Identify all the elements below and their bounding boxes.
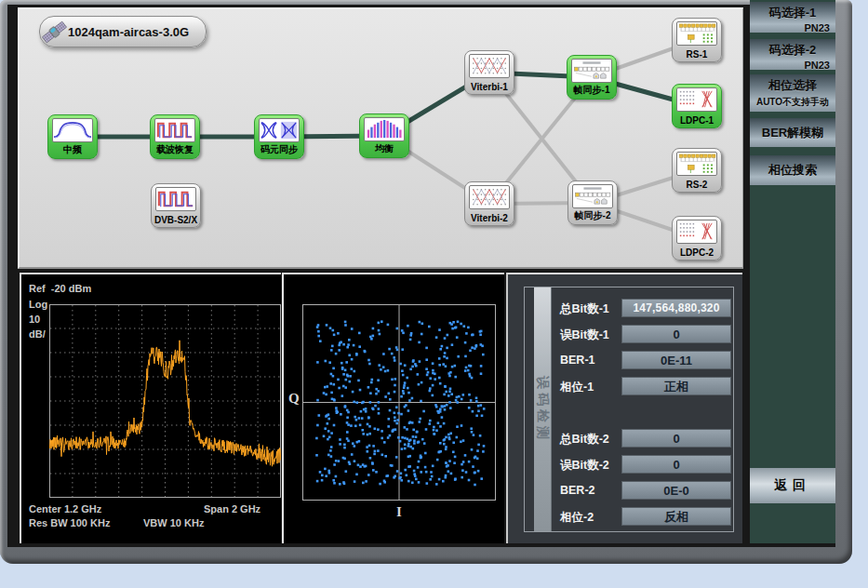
error-row: 误Bit数-20 bbox=[525, 455, 733, 474]
ldpc-icon bbox=[676, 220, 717, 244]
flow-node-label: LDPC-2 bbox=[673, 247, 721, 258]
back-button[interactable]: 返回 bbox=[750, 468, 835, 503]
ber-deambiguity-button[interactable]: BER解模糊 bbox=[750, 118, 835, 147]
trellis-icon bbox=[469, 54, 510, 78]
error-row-value: 0E-0 bbox=[621, 481, 731, 500]
rs-icon bbox=[676, 152, 717, 176]
satellite-icon bbox=[42, 20, 67, 48]
flow-node-eq[interactable]: 均衡 bbox=[359, 114, 409, 158]
error-row-value: 0 bbox=[621, 325, 731, 343]
error-row-label: 误Bit数-1 bbox=[560, 327, 609, 343]
trellis-icon bbox=[469, 185, 510, 209]
flow-node-label: 帧同步-2 bbox=[568, 209, 617, 222]
constellation-panel: Q I bbox=[282, 273, 504, 543]
flow-node-symsync[interactable]: 码元同步 bbox=[254, 114, 304, 159]
flow-node-label: 均衡 bbox=[360, 142, 408, 155]
squarewave-icon bbox=[154, 118, 195, 142]
error-row-label: BER-1 bbox=[560, 354, 595, 367]
flow-node-dvb[interactable]: DVB-S2/X bbox=[151, 183, 201, 228]
error-row: 误Bit数-10 bbox=[525, 325, 733, 343]
flow-diagram-panel: 1024qam-aircas-3.0G 中频载波恢复码元同步DVB-S2/X均衡… bbox=[18, 7, 743, 269]
error-row-value: 反相 bbox=[621, 507, 731, 526]
constellation-plot bbox=[302, 304, 496, 501]
spectrum-panel: Ref -20 dBm Log 10 dB/ Center 1.2 GHz Sp… bbox=[20, 273, 281, 543]
ldpc-icon bbox=[676, 87, 717, 112]
flow-node-label: 帧同步-1 bbox=[568, 84, 616, 97]
error-row-label: 总Bit数-2 bbox=[560, 432, 609, 448]
error-row-label: 误Bit数-2 bbox=[560, 458, 609, 474]
signal-title-label: 1024qam-aircas-3.0G bbox=[68, 25, 189, 39]
phase-select-button[interactable]: 相位选择 AUTO不支持手动 bbox=[750, 74, 835, 112]
error-row: BER-10E-11 bbox=[525, 351, 733, 369]
spectrum-vbw-label: VBW 10 KHz bbox=[143, 517, 204, 528]
sidebar-panel: 码选择-1 PN23 码选择-2 PN23 相位选择 AUTO不支持手动 BER… bbox=[750, 0, 835, 543]
code-select-2-button[interactable]: 码选择-2 PN23 bbox=[750, 39, 835, 70]
spectrum-db-label: dB/ bbox=[29, 328, 46, 340]
flow-node-label: 载波恢复 bbox=[151, 143, 199, 156]
error-row-label: 相位-2 bbox=[560, 510, 594, 526]
flow-node-label: RS-1 bbox=[673, 49, 721, 60]
spectrum-plot bbox=[49, 304, 281, 498]
squarewave-icon bbox=[155, 187, 196, 211]
rs-icon bbox=[676, 21, 717, 46]
error-row-value: 0E-11 bbox=[621, 351, 731, 369]
flow-node-fs2[interactable]: 帧同步-2 bbox=[568, 180, 618, 225]
flow-node-rs2[interactable]: RS-2 bbox=[672, 148, 722, 193]
error-detection-panel: 误码检测 总Bit数-1147,564,880,320误Bit数-10BER-1… bbox=[506, 273, 742, 543]
flow-node-vit2[interactable]: Viterbi-2 bbox=[464, 181, 514, 226]
error-row-value: 0 bbox=[621, 455, 731, 474]
flow-node-label: 中频 bbox=[48, 143, 97, 156]
error-row: 总Bit数-20 bbox=[525, 429, 733, 448]
error-row-label: 相位-1 bbox=[560, 380, 594, 395]
flow-node-label: RS-2 bbox=[673, 180, 721, 190]
frame-icon bbox=[572, 184, 613, 208]
spectrum-10-label: 10 bbox=[29, 314, 40, 325]
phase-search-button[interactable]: 相位搜索 bbox=[750, 155, 835, 185]
spectrum-log-label: Log bbox=[29, 299, 47, 310]
frame-icon bbox=[571, 59, 612, 83]
spectrum-icon bbox=[52, 118, 93, 142]
error-row-label: BER-2 bbox=[560, 484, 595, 497]
error-row: 总Bit数-1147,564,880,320 bbox=[525, 299, 733, 317]
spectrum-span-label: Span 2 GHz bbox=[204, 503, 260, 514]
i-axis-label: I bbox=[396, 504, 402, 520]
error-row: 相位-1正相 bbox=[525, 377, 733, 395]
error-row-value: 0 bbox=[621, 429, 731, 448]
equalizer-icon bbox=[364, 117, 405, 141]
flow-node-fs1[interactable]: 帧同步-1 bbox=[567, 55, 617, 100]
error-row-label: 总Bit数-1 bbox=[560, 301, 609, 317]
spectrum-center-label: Center 1.2 GHz bbox=[29, 503, 101, 514]
flow-node-ldpc2[interactable]: LDPC-2 bbox=[672, 216, 722, 261]
error-row-value: 147,564,880,320 bbox=[621, 299, 731, 317]
eye-diagram-icon bbox=[259, 118, 300, 142]
flow-node-rs1[interactable]: RS-1 bbox=[672, 18, 722, 62]
flow-node-if[interactable]: 中频 bbox=[47, 114, 98, 159]
q-axis-label: Q bbox=[288, 391, 300, 407]
flow-node-ldpc1[interactable]: LDPC-1 bbox=[672, 84, 722, 128]
spectrum-resbw-label: Res BW 100 KHz bbox=[29, 517, 110, 528]
signal-title-button[interactable]: 1024qam-aircas-3.0G bbox=[39, 16, 207, 47]
flow-node-label: 码元同步 bbox=[255, 143, 303, 156]
flow-node-label: Viterbi-1 bbox=[465, 82, 514, 92]
flow-node-carrier[interactable]: 载波恢复 bbox=[150, 114, 200, 159]
flow-node-label: DVB-S2/X bbox=[152, 215, 200, 225]
flow-node-label: Viterbi-2 bbox=[465, 213, 514, 223]
flow-node-vit1[interactable]: Viterbi-1 bbox=[464, 50, 514, 95]
code-select-1-button[interactable]: 码选择-1 PN23 bbox=[750, 2, 835, 33]
error-row-value: 正相 bbox=[621, 377, 731, 395]
flow-node-label: LDPC-1 bbox=[673, 115, 721, 126]
error-row: BER-20E-0 bbox=[525, 481, 733, 500]
error-box: 误码检测 总Bit数-1147,564,880,320误Bit数-10BER-1… bbox=[524, 287, 734, 532]
spectrum-ref-label: Ref -20 dBm bbox=[29, 283, 91, 294]
error-row: 相位-2反相 bbox=[525, 507, 733, 526]
